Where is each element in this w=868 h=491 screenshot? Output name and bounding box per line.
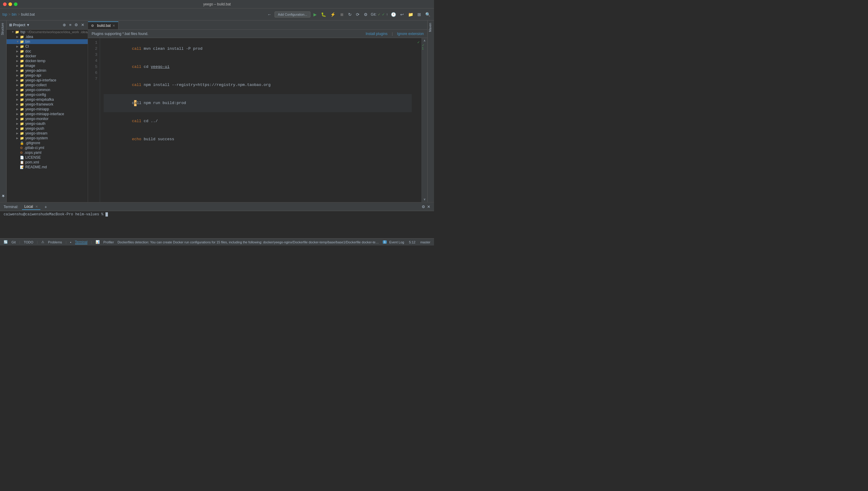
tab-close-btn[interactable]: ✕ — [113, 24, 115, 28]
scroll-down-arrow[interactable]: ∨ — [424, 197, 426, 201]
todo-label[interactable]: TODO — [24, 240, 33, 244]
git-check-green[interactable]: ✓ — [378, 12, 381, 17]
scroll-up-arrow[interactable]: ∧ — [424, 38, 426, 43]
terminal-close-icon[interactable]: ✕ — [427, 204, 430, 209]
tree-item-readme[interactable]: ▶ 📝 README.md — [7, 165, 88, 170]
tree-item-yeego-api[interactable]: ▶ 📁 yeego-api — [7, 73, 88, 78]
search-icon[interactable]: 🔍 — [424, 11, 432, 18]
terminal-prompt: caiwenshu@caiwenshudeMacBook-Pro helm-va… — [4, 212, 103, 216]
git-bottom-label[interactable]: Git — [11, 240, 16, 244]
tree-item-yeego-oauth[interactable]: ▶ 📁 yeego-oauth — [7, 121, 88, 126]
terminal-tab-close-btn[interactable]: ✕ — [35, 205, 38, 208]
breadcrumb-part-file[interactable]: build.bat — [21, 12, 35, 17]
code-editor[interactable]: 1 2 3 4 5 6 7 call mvn clean install -P … — [88, 38, 421, 202]
tree-item-yeego-config[interactable]: ▶ 📁 yeego-config — [7, 92, 88, 97]
rerun-icon[interactable]: ↻ — [347, 11, 353, 18]
close-button[interactable] — [3, 2, 7, 6]
tree-item-yeego-stream[interactable]: ▶ 📁 yeego-stream — [7, 131, 88, 136]
window-controls[interactable] — [3, 2, 18, 6]
run-icon[interactable]: ▶ — [312, 11, 318, 18]
expand-icon[interactable]: ⊞ — [416, 11, 422, 18]
tree-root-tsp[interactable]: ▼ 📁 tsp ~/Documents/workspace/idea_work … — [7, 30, 88, 34]
tree-item-yeego-miniapp-interface[interactable]: ▶ 📁 yeego-miniapp-interface — [7, 112, 88, 116]
breadcrumb-part-bin[interactable]: bin — [12, 12, 17, 17]
terminal-tab-local[interactable]: Local ✕ — [22, 204, 40, 210]
tree-item-license[interactable]: ▶ 📄 LICENSE — [7, 155, 88, 160]
profiler-label[interactable]: Profiler — [103, 240, 114, 244]
code-content[interactable]: call mvn clean install -P prod call cd y… — [100, 38, 415, 202]
toolbar-back-icon[interactable]: ← — [266, 11, 273, 18]
tree-item-docker-temp[interactable]: ▶ 📁 docker-temp — [7, 59, 88, 63]
editor-tab-buildtab[interactable]: ⚙ build.bat ✕ — [88, 21, 119, 29]
history-icon[interactable]: 🕐 — [390, 11, 397, 18]
tree-item-label-yeego-stream: yeego-stream — [25, 131, 47, 136]
scroll-bar[interactable]: ∧ ✓ 1 ∨ — [421, 38, 427, 202]
problems-label[interactable]: Problems — [48, 240, 62, 244]
minimize-button[interactable] — [8, 2, 12, 6]
debug-icon[interactable]: 🐛 — [320, 11, 327, 18]
tree-item-yeego-admin[interactable]: ▶ 📁 yeego-admin — [7, 68, 88, 73]
tree-item-idea[interactable]: ▶ 📁 .idea — [7, 34, 88, 39]
terminal-body[interactable]: caiwenshu@caiwenshudeMacBook-Pro helm-va… — [0, 211, 434, 238]
tree-item-ci[interactable]: ▶ 📁 CI — [7, 44, 88, 49]
terminal-bottom-label[interactable]: Terminal — [75, 240, 88, 244]
tree-item-docker[interactable]: ▶ 📁 docker — [7, 54, 88, 59]
maximize-button[interactable] — [14, 2, 18, 6]
breadcrumb-part-tsp[interactable]: tsp — [2, 12, 7, 17]
tree-item-yeego-framework[interactable]: ▶ 📁 yeego-framework — [7, 102, 88, 107]
maven-tab[interactable]: Maven — [428, 21, 434, 34]
tree-item-sops[interactable]: ▶ ⚙ .sops.yaml — [7, 150, 88, 155]
config-icon[interactable]: ⚙ — [363, 11, 369, 18]
tree-item-gitignore[interactable]: ▶ 🔒 .gitignore — [7, 141, 88, 145]
tree-item-label-yeego-api-interface: yeego-api-interface — [25, 78, 56, 82]
scope-btn[interactable]: ⊕ — [62, 22, 67, 27]
tree-item-label-yeego-emqxkafka: yeego-emqxkafka — [25, 97, 54, 102]
undo-icon[interactable]: ↩ — [399, 11, 405, 18]
breadcrumb-sep-2: > — [18, 12, 20, 17]
tree-item-yeego-miniapp[interactable]: ▶ 📁 yeego-miniapp — [7, 107, 88, 112]
structure-tab[interactable]: Structure — [0, 21, 6, 38]
git-check-green2[interactable]: ✓ — [382, 12, 385, 17]
tree-item-yeego-emqxkafka[interactable]: ▶ 📁 yeego-emqxkafka — [7, 97, 88, 102]
tree-item-bin[interactable]: ▼ 📁 bin — [7, 39, 88, 44]
tree-item-label-sops: .sops.yaml — [24, 150, 41, 155]
tree-item-label-yeego-api: yeego-api — [25, 73, 41, 78]
stop-icon[interactable]: ⏹ — [338, 11, 345, 18]
tree-item-yeego-collect[interactable]: ▶ 📁 yeego-collect — [7, 83, 88, 87]
tree-item-yeego-system[interactable]: ▶ 📁 yeego-system — [7, 136, 88, 141]
tree-item-label-yeego-oauth: yeego-oauth — [25, 121, 45, 126]
terminal-settings-icon[interactable]: ⚙ — [422, 204, 425, 209]
editor-tabs: ⚙ build.bat ✕ — [88, 21, 427, 30]
install-plugins-link[interactable]: Install plugins — [366, 32, 388, 36]
tree-item-image[interactable]: ▶ 📁 image — [7, 63, 88, 68]
tree-item-yeego-common[interactable]: ▶ 📁 yeego-common — [7, 87, 88, 92]
code-line-4: call npm run build:prod — [104, 94, 412, 112]
add-configuration-button[interactable]: Add Configuration... — [275, 11, 310, 18]
update-icon[interactable]: ⟳ — [355, 11, 361, 18]
tab-file-icon: ⚙ — [91, 24, 94, 28]
check-mark-1: ✓ — [417, 39, 420, 45]
run-with-coverage-icon[interactable]: ⚡ — [329, 11, 337, 18]
collapse-btn[interactable]: ≡ — [68, 22, 72, 27]
branch-indicator[interactable]: master — [420, 240, 430, 244]
tree-item-doc[interactable]: ▶ 📁 doc — [7, 49, 88, 54]
terminal-cursor — [105, 212, 108, 216]
tree-item-yeego-monitor[interactable]: ▶ 📁 yeego-monitor — [7, 116, 88, 121]
tree-item-label-docker: docker — [25, 54, 36, 58]
left-vertical-tabs: Structure ★ — [0, 21, 7, 202]
tree-item-label-image: image — [25, 64, 35, 68]
gear-btn[interactable]: ⚙ — [73, 22, 79, 27]
terminal-add-tab-btn[interactable]: + — [44, 204, 47, 209]
tree-item-pom[interactable]: ▶ 📋 pom.xml — [7, 160, 88, 165]
tree-item-yeego-push[interactable]: ▶ 📁 yeego-push — [7, 126, 88, 131]
git-arrow-up[interactable]: ↑ — [386, 12, 388, 17]
ignore-extension-link[interactable]: Ignore extension — [397, 32, 424, 36]
code-line-7 — [104, 148, 412, 154]
folder-icon[interactable]: 📁 — [407, 11, 414, 18]
star-icon[interactable]: ★ — [0, 193, 7, 200]
tree-item-gitlab-ci[interactable]: ▶ ⚙ .gitlab-ci.yml — [7, 145, 88, 150]
favorites-tab[interactable]: ★ — [0, 190, 6, 202]
tree-item-yeego-api-interface[interactable]: ▶ 📁 yeego-api-interface — [7, 78, 88, 83]
event-log-label[interactable]: Event Log — [389, 240, 404, 244]
close-panel-btn[interactable]: ✕ — [80, 22, 85, 27]
